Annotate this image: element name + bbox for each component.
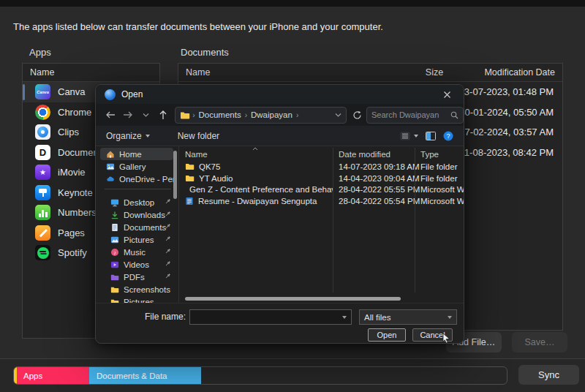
file-type-dropdown-chevron-icon bbox=[448, 316, 452, 319]
column-divider bbox=[415, 148, 415, 293]
column-divider bbox=[333, 148, 333, 293]
folder-icon bbox=[110, 298, 119, 304]
file-name-combobox[interactable] bbox=[189, 309, 352, 325]
purple-folder-icon bbox=[110, 273, 119, 282]
sidebar-item-desktop[interactable]: Desktop bbox=[100, 196, 173, 208]
folder-icon bbox=[110, 285, 119, 294]
column-header-date-modified[interactable]: Date modified bbox=[333, 150, 415, 161]
pin-icon bbox=[165, 197, 171, 206]
sidebar-separator bbox=[105, 189, 171, 189]
sidebar-item-videos[interactable]: Videos bbox=[100, 258, 173, 271]
capacity-segment-documents-data: Documents & Data bbox=[89, 367, 201, 384]
forward-button[interactable] bbox=[119, 106, 137, 124]
sidebar-item-documents[interactable]: Documents bbox=[100, 221, 173, 233]
numbers-app-icon bbox=[35, 205, 50, 220]
search-icon bbox=[450, 111, 458, 119]
capacity-segment-apps: Apps bbox=[17, 367, 89, 384]
file-row[interactable]: Resume - Dwaipayan Sengupta 28-04-2022 0… bbox=[179, 195, 464, 207]
sync-button[interactable]: Sync bbox=[518, 365, 579, 385]
modification-date: 11-08-2023, 08:42 PM bbox=[460, 147, 554, 158]
address-dropdown-chevron-icon[interactable] bbox=[335, 113, 341, 118]
intro-text: The apps listed below can transfer docum… bbox=[13, 21, 383, 32]
sidebar-item-gallery[interactable]: Gallery bbox=[100, 160, 173, 173]
gallery-icon bbox=[106, 162, 115, 171]
file-row[interactable]: YT Audio 14-04-2023 09:04 AM File folder bbox=[179, 173, 464, 184]
sidebar-item-onedrive[interactable]: OneDrive - Persor bbox=[100, 173, 173, 185]
recent-locations-chevron-icon[interactable] bbox=[137, 106, 154, 124]
column-header-type[interactable]: Type bbox=[415, 150, 464, 161]
documents-panel-header: Name Size Modification Date bbox=[178, 64, 562, 82]
desktop-icon bbox=[110, 198, 119, 207]
sidebar-item-screenshots[interactable]: Screenshots bbox=[100, 283, 173, 295]
pin-icon bbox=[165, 235, 171, 243]
sidebar-item-music[interactable]: ♪ Music bbox=[100, 246, 173, 258]
breadcrumb-separator bbox=[294, 111, 301, 119]
dialog-title: Open bbox=[121, 89, 143, 99]
column-header-name[interactable]: Name bbox=[179, 150, 333, 161]
sidebar-item-home[interactable]: Home bbox=[100, 148, 173, 160]
spotify-app-icon bbox=[35, 245, 50, 260]
apps-panel-header: Name bbox=[23, 64, 159, 82]
breadcrumb-separator bbox=[190, 111, 197, 119]
view-mode-caret-icon bbox=[414, 135, 418, 137]
documents-app-icon bbox=[35, 145, 50, 160]
pin-icon bbox=[165, 210, 171, 218]
sidebar-scrollbar[interactable] bbox=[173, 151, 177, 199]
modification-date: 30-01-2024, 05:50 AM bbox=[459, 107, 554, 118]
sidebar-item-pdfs[interactable]: PDFs bbox=[100, 271, 173, 283]
breadcrumb-documents[interactable]: Documents bbox=[197, 110, 242, 119]
sort-ascending-caret-icon bbox=[252, 147, 258, 151]
sidebar-item-pictures[interactable]: Pictures bbox=[100, 233, 173, 246]
sidebar-item-downloads[interactable]: Downloads bbox=[100, 208, 173, 221]
back-button[interactable] bbox=[102, 106, 119, 124]
breadcrumb-separator bbox=[243, 111, 249, 119]
svg-text:?: ? bbox=[446, 132, 450, 140]
documents-moddate-column-header: Modification Date bbox=[484, 64, 555, 82]
close-button[interactable] bbox=[439, 87, 455, 102]
file-row[interactable]: QK75 14-07-2023 09:18 AM File folder bbox=[179, 161, 464, 173]
sidebar-item-pictures-folder[interactable]: Pictures bbox=[100, 295, 173, 303]
imovie-app-icon bbox=[35, 165, 50, 180]
refresh-icon[interactable] bbox=[352, 110, 362, 120]
breadcrumb-dwaipayan[interactable]: Dwaipayan bbox=[249, 110, 294, 119]
preview-pane-button[interactable] bbox=[426, 132, 436, 140]
search-box[interactable] bbox=[366, 107, 464, 124]
pin-icon bbox=[165, 222, 171, 230]
open-button[interactable]: Open bbox=[368, 328, 406, 342]
organize-menu[interactable]: Organize bbox=[106, 131, 150, 141]
save-button[interactable]: Save… bbox=[512, 332, 567, 353]
search-input[interactable] bbox=[371, 110, 450, 119]
file-name-input[interactable] bbox=[190, 313, 342, 322]
help-icon[interactable]: ? bbox=[443, 131, 453, 141]
mouse-cursor bbox=[442, 333, 451, 344]
file-list: Name Date modified Type QK75 14-07-2023 … bbox=[178, 146, 464, 303]
svg-text:♪: ♪ bbox=[113, 249, 116, 255]
file-type-select[interactable]: All files bbox=[359, 309, 457, 325]
dialog-title-bar[interactable]: Open bbox=[96, 85, 464, 104]
horizontal-scrollbar[interactable] bbox=[185, 297, 401, 301]
downloads-icon bbox=[110, 211, 119, 219]
documents-section-title: Documents bbox=[181, 47, 229, 58]
home-icon bbox=[106, 150, 115, 159]
modification-date: 03-07-2023, 01:48 PM bbox=[459, 86, 554, 97]
file-row[interactable]: Gen Z - Content Preference and Behaviour… bbox=[179, 184, 464, 195]
dialog-toolbar: Organize New folder ? bbox=[96, 126, 464, 146]
app-orb-icon bbox=[105, 89, 116, 100]
selection-accent-bar bbox=[23, 84, 25, 100]
view-mode-button[interactable] bbox=[400, 132, 418, 140]
up-button[interactable] bbox=[154, 106, 172, 124]
pictures-icon bbox=[110, 235, 119, 244]
documents-name-column-header: Name bbox=[178, 67, 210, 78]
file-name-dropdown-chevron-icon[interactable] bbox=[342, 316, 347, 319]
new-folder-button[interactable]: New folder bbox=[178, 131, 219, 141]
dialog-nav-bar: Documents Dwaipayan bbox=[96, 104, 464, 126]
folder-icon bbox=[185, 162, 195, 170]
word-document-icon bbox=[185, 197, 194, 206]
chrome-app-icon bbox=[35, 105, 50, 120]
address-bar[interactable]: Documents Dwaipayan bbox=[175, 107, 347, 124]
music-icon: ♪ bbox=[110, 248, 119, 257]
videos-icon bbox=[110, 260, 119, 269]
apps-section-title: Apps bbox=[29, 47, 51, 58]
folder-icon bbox=[180, 111, 190, 119]
pin-icon bbox=[165, 272, 171, 280]
